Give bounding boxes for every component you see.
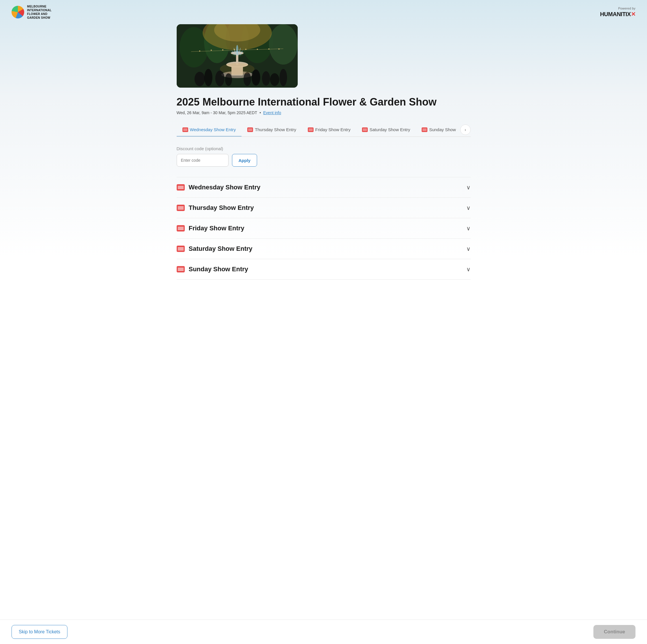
ticket-icon-sunday [177,266,185,272]
accordion-item-wednesday[interactable]: Wednesday Show Entry ∨ [177,177,471,198]
accordion-title-wednesday: Wednesday Show Entry [189,184,261,191]
ticket-icon-thursday [177,205,185,211]
tab-saturday[interactable]: Saturday Show Entry [356,123,416,136]
event-logo-text: MELBOURNE INTERNATIONAL FLOWER AND GARDE… [27,5,52,20]
ticket-icon-friday [177,225,185,231]
accordion-title-friday: Friday Show Entry [189,225,244,232]
accordion-title-sunday: Sunday Show Entry [189,266,248,273]
svg-point-31 [211,50,212,51]
tabs-container: Wednesday Show Entry Thursday Show Entry… [177,123,471,137]
accordion-item-saturday[interactable]: Saturday Show Entry ∨ [177,238,471,259]
chevron-icon-saturday: ∨ [466,245,471,252]
tab-thursday[interactable]: Thursday Show Entry [241,123,302,136]
ticket-icon-saturday [177,245,185,252]
accordion-title-saturday: Saturday Show Entry [189,245,253,253]
accordion-item-friday[interactable]: Friday Show Entry ∨ [177,218,471,238]
svg-point-32 [222,49,223,51]
accordion-left-friday: Friday Show Entry [177,225,244,232]
chevron-icon-friday: ∨ [466,225,471,232]
svg-point-19 [195,72,205,86]
event-title: 2025 Melbourne International Flower & Ga… [177,96,471,108]
svg-point-27 [280,69,287,86]
event-info-link[interactable]: Event info [263,111,281,115]
tab-icon-sunday [422,127,427,132]
svg-point-33 [234,49,235,50]
event-date: Wed, 26 Mar, 9am - 30 Mar, 5pm 2025 AEDT [177,111,257,115]
svg-point-25 [262,71,270,86]
accordion-title-thursday: Thursday Show Entry [189,204,254,212]
accordion-list: Wednesday Show Entry ∨ Thursday Show Ent… [177,177,471,280]
powered-by-label: Powered by [618,7,636,10]
tab-friday[interactable]: Friday Show Entry [302,123,357,136]
continue-button[interactable]: Continue [593,625,636,639]
tab-icon-thursday [247,127,253,132]
event-logo-area: MELBOURNE INTERNATIONAL FLOWER AND GARDE… [11,5,52,20]
chevron-icon-wednesday: ∨ [466,184,471,191]
powered-by-section: Powered by HUMANITIX✕ [600,7,636,18]
accordion-left-saturday: Saturday Show Entry [177,245,253,253]
footer-bar: Skip to More Tickets Continue [0,620,647,644]
discount-input-row: Apply [177,154,471,167]
discount-section: Discount code (optional) Apply [177,146,471,167]
tab-icon-friday [308,127,313,132]
svg-point-20 [204,69,212,86]
svg-point-4 [269,24,298,65]
discount-code-input[interactable] [177,154,228,167]
tab-sunday[interactable]: Sunday Show [416,123,458,136]
meta-dot: • [260,111,261,115]
svg-point-35 [257,49,258,50]
svg-point-34 [245,49,246,50]
svg-point-37 [278,49,280,50]
svg-point-22 [225,73,232,86]
chevron-icon-thursday: ∨ [466,204,471,211]
tab-wednesday[interactable]: Wednesday Show Entry [177,123,242,136]
accordion-item-sunday[interactable]: Sunday Show Entry ∨ [177,259,471,280]
event-meta: Wed, 26 Mar, 9am - 30 Mar, 5pm 2025 AEDT… [177,111,471,115]
svg-point-24 [251,69,260,86]
chevron-icon-sunday: ∨ [466,266,471,273]
event-title-section: 2025 Melbourne International Flower & Ga… [177,96,471,115]
svg-point-21 [215,71,224,86]
accordion-item-thursday[interactable]: Thursday Show Entry ∨ [177,198,471,218]
svg-point-30 [199,51,200,52]
svg-point-36 [268,49,270,50]
apply-button[interactable]: Apply [232,154,257,167]
accordion-left-thursday: Thursday Show Entry [177,204,254,212]
humanitix-logo: HUMANITIX✕ [600,11,636,18]
event-image [177,24,298,88]
tab-scroll-next-button[interactable]: › [460,125,471,135]
skip-to-more-tickets-button[interactable]: Skip to More Tickets [11,625,67,639]
tabs-scroll: Wednesday Show Entry Thursday Show Entry… [177,123,458,136]
accordion-left-wednesday: Wednesday Show Entry [177,184,261,191]
svg-point-23 [243,72,251,86]
accordion-left-sunday: Sunday Show Entry [177,266,248,273]
discount-label: Discount code (optional) [177,146,471,151]
tab-icon-saturday [362,127,368,132]
svg-point-26 [270,73,279,86]
svg-point-28 [220,63,255,75]
event-logo-icon [11,6,24,18]
tab-icon-wednesday [183,127,188,132]
main-content: 2025 Melbourne International Flower & Ga… [165,24,482,314]
discount-optional: (optional) [205,146,223,151]
ticket-icon-wednesday [177,184,185,191]
page-header: MELBOURNE INTERNATIONAL FLOWER AND GARDE… [0,0,647,24]
